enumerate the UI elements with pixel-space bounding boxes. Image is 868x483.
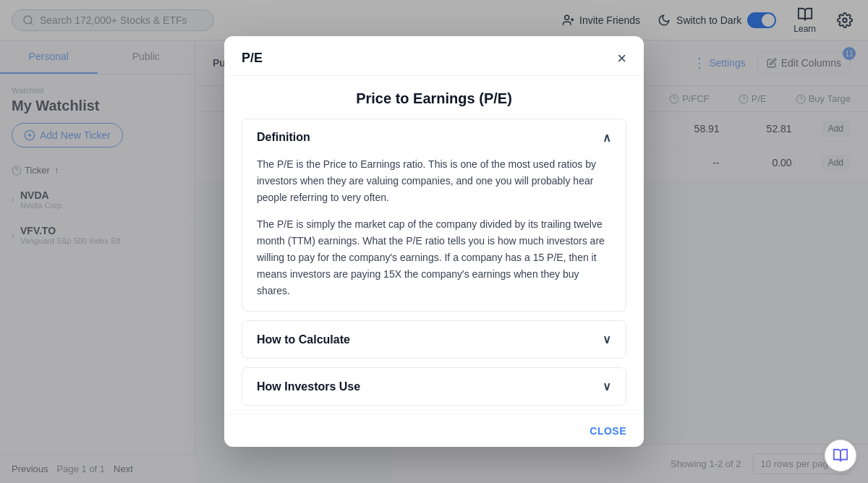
- modal-title: Price to Earnings (P/E): [224, 76, 644, 119]
- accordion-investors: How Investors Use ∨: [242, 367, 626, 406]
- chevron-up-icon: ∧: [603, 131, 611, 145]
- modal-footer: CLOSE: [224, 414, 644, 447]
- book-icon: [833, 448, 848, 463]
- modal-close-text-button[interactable]: CLOSE: [590, 425, 626, 437]
- modal-label: P/E: [242, 51, 263, 66]
- accordion-definition: Definition ∧ The P/E is the Price to Ear…: [242, 119, 626, 312]
- definition-para-1: The P/E is simply the market cap of the …: [257, 216, 611, 299]
- investors-heading: How Investors Use: [257, 380, 360, 393]
- definition-para-0: The P/E is the Price to Earnings ratio. …: [257, 156, 611, 206]
- calculate-heading: How to Calculate: [257, 333, 350, 346]
- chevron-down-icon-inv: ∨: [603, 380, 611, 393]
- accordion-investors-header[interactable]: How Investors Use ∨: [242, 368, 626, 405]
- pe-modal: P/E × Price to Earnings (P/E) Definition…: [224, 36, 644, 448]
- modal-overlay[interactable]: P/E × Price to Earnings (P/E) Definition…: [0, 0, 868, 483]
- book-icon-button[interactable]: [825, 440, 856, 471]
- modal-header: P/E ×: [224, 36, 644, 76]
- modal-close-button[interactable]: ×: [617, 51, 626, 67]
- modal-body: Definition ∧ The P/E is the Price to Ear…: [224, 119, 644, 415]
- definition-heading: Definition: [257, 131, 310, 144]
- chevron-down-icon-calc: ∨: [603, 333, 611, 346]
- accordion-calculate: How to Calculate ∨: [242, 320, 626, 359]
- accordion-calculate-header[interactable]: How to Calculate ∨: [242, 321, 626, 358]
- accordion-definition-content: The P/E is the Price to Earnings ratio. …: [242, 156, 626, 312]
- accordion-definition-header[interactable]: Definition ∧: [242, 119, 626, 156]
